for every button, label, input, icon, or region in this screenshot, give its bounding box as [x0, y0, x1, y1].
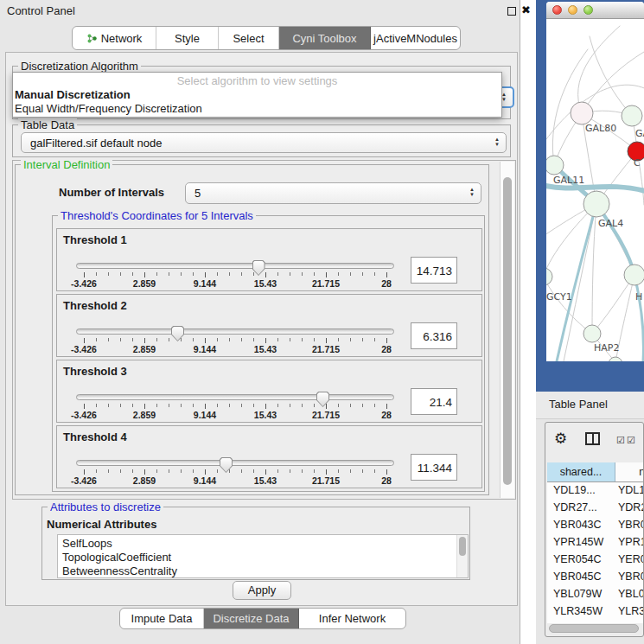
column-layout-icon[interactable]	[585, 432, 600, 445]
cell-shared-name: YBR043C	[553, 516, 602, 533]
tick-mark	[108, 469, 109, 473]
tab-impute-data[interactable]: Impute Data	[120, 609, 204, 628]
tick-mark	[120, 338, 121, 341]
column-header-shared-name[interactable]: shared...	[547, 462, 615, 481]
tick-mark	[205, 272, 206, 277]
minimize-traffic-light-icon[interactable]	[568, 5, 577, 15]
threshold-value-field[interactable]: 6.316	[411, 322, 457, 349]
tick-mark	[217, 338, 218, 341]
threshold-value-field[interactable]: 21.4	[411, 388, 457, 415]
threshold-slider[interactable]: -3.4262.8599.14415.4321.71528	[76, 457, 405, 487]
network-view-frame[interactable]: GAL80GACGAL11GAL4GCY1HHAP2	[536, 0, 644, 392]
table-row[interactable]: YER054CYER0	[547, 551, 644, 568]
tick-mark	[84, 404, 85, 409]
gear-icon[interactable]: ⚙	[554, 430, 567, 448]
slider-thumb[interactable]	[316, 392, 329, 407]
table-data-combobox[interactable]: galFiltered.sif default node ▲▼	[21, 132, 507, 153]
bottom-tab-bar: Impute DataDiscretize DataInfer Network	[119, 608, 406, 629]
dropdown-option-equal-width-frequency[interactable]: Equal Width/Frequency Discretization	[15, 101, 503, 116]
table-row[interactable]: YBR045CYBR0	[547, 568, 644, 585]
scrollbar-thumb[interactable]	[459, 537, 466, 556]
threshold-value-field[interactable]: 14.713	[411, 257, 457, 284]
node-top-right[interactable]	[622, 105, 642, 126]
table-row[interactable]: YPR145WYPR1	[547, 533, 644, 551]
table-row[interactable]: YBL079WYBL0	[547, 585, 644, 603]
network-edge[interactable]	[582, 52, 644, 113]
checkbox-icon[interactable]: ☑	[616, 435, 625, 446]
stepper-icon[interactable]: ▲▼	[469, 187, 475, 197]
close-icon[interactable]: ✖	[521, 3, 531, 16]
numerical-attributes-list[interactable]: SelfLoopsTopologicalCoefficientBetweenne…	[57, 534, 469, 578]
scrollbar-thumb[interactable]	[549, 624, 639, 633]
tick-mark	[181, 272, 182, 276]
table-row[interactable]: YDL19...YDL1	[547, 481, 644, 499]
slider-thumb[interactable]	[171, 326, 184, 341]
network-edge[interactable]	[590, 36, 632, 116]
cell-name: YER0	[618, 551, 644, 568]
window-title: Control Panel	[7, 4, 75, 17]
table-row[interactable]: YBR043CYBR0	[547, 516, 644, 533]
network-edge[interactable]	[634, 275, 644, 361]
tab-network[interactable]: Network	[73, 27, 156, 49]
tick-mark	[302, 469, 303, 473]
tick-mark	[350, 338, 351, 341]
threshold-slider[interactable]: -3.4262.8599.14415.4321.71528	[76, 392, 405, 421]
node-gcy1[interactable]	[546, 268, 552, 285]
cell-name: YDR2	[618, 499, 644, 516]
table-row[interactable]: YLR345WYLR3	[547, 603, 644, 620]
network-edge[interactable]	[578, 26, 620, 113]
network-canvas[interactable]: GAL80GACGAL11GAL4GCY1HHAP2	[546, 19, 644, 361]
list-item[interactable]: BetweennessCentrality	[62, 564, 177, 578]
tab-jactivemnodules[interactable]: jActiveMNodules	[371, 27, 460, 49]
tick-mark	[241, 338, 242, 341]
table-row[interactable]: YDR27...YDR2	[547, 499, 644, 516]
table-panel-window: ⚙ ☑ ☑ shared... name YDL19...YDL1YDR27..…	[545, 422, 644, 637]
scrollbar-thumb[interactable]	[503, 177, 512, 485]
tick-label: 2.859	[118, 475, 170, 486]
node-bottom[interactable]	[609, 357, 622, 361]
node-label-hap2: HAP2	[594, 342, 619, 354]
float-window-icon[interactable]	[507, 7, 516, 16]
tick-mark	[290, 469, 290, 473]
tick-mark	[217, 404, 218, 407]
node-gal4[interactable]	[583, 191, 609, 217]
dropdown-option-manual-discretization[interactable]: Manual Discretization	[15, 87, 503, 102]
checkbox-icon[interactable]: ☑	[627, 435, 635, 446]
tab-discretize-data[interactable]: Discretize Data	[204, 609, 299, 628]
table-row[interactable]: YIL052CYIL0	[547, 620, 644, 623]
tick-mark	[241, 469, 242, 473]
node-h[interactable]	[624, 265, 644, 285]
threshold-panel: Threshold 2-3.4262.8599.14415.4321.71528…	[56, 294, 482, 357]
tick-mark	[277, 404, 278, 407]
slider-thumb[interactable]	[220, 457, 233, 473]
tick-mark	[338, 404, 339, 407]
tick-mark	[229, 338, 230, 341]
cell-name: YLR3	[618, 603, 644, 620]
threshold-slider[interactable]: -3.4262.8599.14415.4321.71528	[76, 326, 405, 355]
cell-shared-name: YBR045C	[553, 568, 602, 585]
node-gal11[interactable]	[546, 156, 564, 175]
mac-titlebar[interactable]	[546, 2, 644, 19]
vertical-scrollbar[interactable]	[500, 162, 514, 498]
node-gal80[interactable]	[571, 102, 593, 124]
threshold-slider[interactable]: -3.4262.8599.14415.4321.71528	[76, 260, 405, 290]
threshold-value-field[interactable]: 11.344	[411, 454, 457, 481]
list-scrollbar[interactable]	[456, 535, 468, 577]
network-edge[interactable]	[592, 204, 596, 334]
node-hap2[interactable]	[583, 325, 601, 342]
apply-button[interactable]: Apply	[233, 581, 291, 600]
list-item[interactable]: TopologicalCoefficient	[62, 551, 171, 564]
column-header-name[interactable]: name	[616, 462, 644, 481]
tab-infer-network[interactable]: Infer Network	[299, 609, 405, 628]
stepper-icon[interactable]: ▲▼	[494, 137, 500, 147]
horizontal-scrollbar[interactable]	[548, 624, 641, 634]
close-traffic-light-icon[interactable]	[552, 5, 562, 15]
tick-mark	[84, 469, 85, 475]
zoom-traffic-light-icon[interactable]	[583, 5, 593, 15]
tab-cyni-toolbox[interactable]: Cyni Toolbox	[279, 27, 371, 49]
tick-mark	[277, 469, 278, 473]
tab-select[interactable]: Select	[219, 27, 279, 49]
list-item[interactable]: SelfLoops	[62, 537, 112, 551]
number-of-intervals-combobox[interactable]: 5 ▲▼	[185, 182, 481, 204]
tab-style[interactable]: Style	[156, 27, 219, 49]
